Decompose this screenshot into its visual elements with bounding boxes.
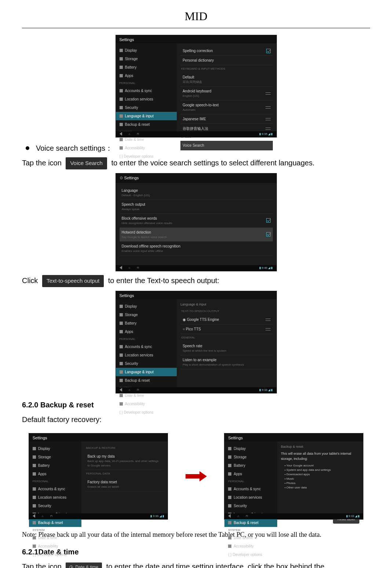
voice-search-button: Voice Search — [66, 157, 107, 169]
screenshot-title: Settings — [120, 293, 134, 299]
backup-reset-flow: Settings Display Storage Battery Apps PE… — [22, 429, 370, 523]
screenshot-tts-output: Settings Display Storage Battery Apps PE… — [116, 291, 277, 393]
screenshot-language-input: Settings Display Storage Battery Apps PE… — [116, 35, 277, 138]
screenshot-title: Settings — [120, 37, 134, 43]
para-date-time: Tap the icon Date & time to enter the da… — [22, 561, 370, 568]
arrow-right-icon — [186, 472, 207, 480]
date-time-button: Date & time — [66, 562, 102, 568]
para-tts: Click Text-to-speech output to enter the… — [22, 275, 370, 287]
page-title: MID — [22, 7, 370, 25]
screenshot-backup-reset-2: Settings Display Storage Battery Apps PE… — [224, 433, 363, 520]
para-voice-search: Tap the icon Voice Search to enter the v… — [22, 157, 370, 169]
screenshot-voice-settings: ⚙ Settings LanguageDefault - English (US… — [116, 173, 277, 271]
text-to-speech-button: Text-to-speech output — [42, 275, 104, 287]
heading-backup-reset: 6.2.0 Backup & reset — [22, 399, 370, 410]
divider-top — [22, 28, 370, 28]
settings-sidebar: Display Storage Battery Apps PERSONAL Ac… — [116, 43, 177, 137]
para-factory-recovery: Default factory recovery: — [22, 414, 370, 425]
bullet-icon — [26, 146, 29, 150]
clock-icon — [69, 565, 73, 568]
settings-main: Spelling correction Personal dictionary … — [177, 43, 276, 137]
bullet-text: Voice search settings： — [36, 143, 113, 154]
screenshot-backup-reset-1: Settings Display Storage Battery Apps PE… — [29, 433, 168, 520]
screenshot-title: ⚙ Settings — [120, 175, 139, 181]
